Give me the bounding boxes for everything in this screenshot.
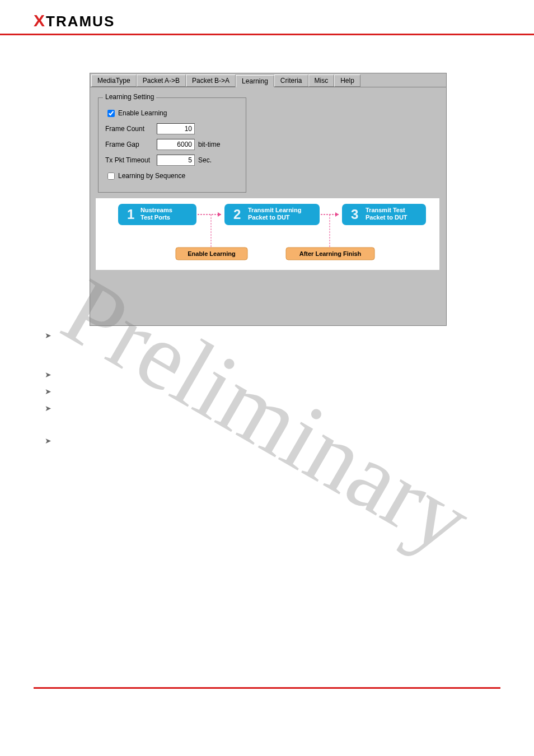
tx-timeout-input[interactable] — [157, 155, 195, 166]
tx-timeout-label: Tx Pkt Timeout — [105, 156, 157, 164]
frame-count-label: Frame Count — [105, 125, 157, 133]
enable-learning-label: Enable Learning — [118, 109, 167, 117]
bottom-label-2: After Learning Finish — [299, 250, 362, 257]
bullet-1: ➤ — [45, 332, 51, 339]
step1-number: 1 — [127, 207, 134, 222]
bullet-5: ➤ — [45, 437, 51, 445]
learning-setting-group: Learning Setting Enable Learning Frame C… — [98, 97, 246, 193]
tab-learning[interactable]: Learning — [236, 75, 274, 87]
learning-by-sequence-label: Learning by Sequence — [118, 172, 185, 180]
step2-number: 2 — [233, 207, 241, 222]
logo: XTRAMUS — [34, 13, 115, 30]
frame-count-input[interactable] — [157, 123, 195, 134]
step1-line2: Test Ports — [140, 214, 170, 221]
bullet-3: ➤ — [45, 388, 51, 395]
enable-learning-checkbox[interactable] — [107, 110, 115, 117]
step1-line1: Nustreams — [140, 207, 172, 213]
learning-diagram: 1 Nustreams Test Ports 2 Transmit Learni… — [96, 198, 441, 270]
frame-gap-row: Frame Gap bit-time — [105, 138, 239, 151]
diagram-svg: 1 Nustreams Test Ports 2 Transmit Learni… — [96, 198, 439, 270]
frame-gap-unit: bit-time — [198, 141, 220, 148]
tx-timeout-row: Tx Pkt Timeout Sec. — [105, 154, 239, 166]
logo-rest: TRAMUS — [46, 13, 115, 30]
bottom-label-1: Enable Learning — [188, 250, 236, 257]
tab-bar: MediaType Packet A->B Packet B->A Learni… — [90, 73, 446, 87]
tab-packet-b-a[interactable]: Packet B->A — [186, 74, 236, 87]
step2-line2: Packet to DUT — [248, 214, 290, 221]
step3-line2: Packet to DUT — [366, 214, 407, 221]
settings-panel: MediaType Packet A->B Packet B->A Learni… — [90, 73, 447, 326]
bullet-2: ➤ — [45, 371, 51, 379]
tab-help[interactable]: Help — [334, 74, 360, 87]
frame-count-row: Frame Count — [105, 123, 239, 135]
page-header: XTRAMUS — [0, 0, 534, 35]
seq-row: Learning by Sequence — [105, 170, 239, 182]
bullet-4: ➤ — [45, 404, 51, 412]
learning-by-sequence-checkbox[interactable] — [107, 172, 115, 180]
frame-gap-label: Frame Gap — [105, 141, 157, 148]
frame-gap-input[interactable] — [157, 139, 195, 150]
tx-timeout-unit: Sec. — [198, 156, 212, 164]
tab-criteria[interactable]: Criteria — [274, 74, 308, 87]
bullet-list: ➤ ➤ ➤ ➤ ➤ — [45, 332, 51, 445]
step3-number: 3 — [351, 207, 358, 222]
tab-mediatype[interactable]: MediaType — [91, 74, 137, 87]
step2-line1: Transmit Learning — [248, 207, 301, 213]
tab-packet-a-b[interactable]: Packet A->B — [137, 74, 186, 87]
group-title: Learning Setting — [103, 93, 156, 101]
logo-x: X — [34, 11, 46, 30]
footer-rule — [34, 687, 500, 689]
step3-line1: Transmit Test — [366, 207, 405, 213]
enable-learning-row: Enable Learning — [105, 107, 239, 119]
tab-misc[interactable]: Misc — [308, 74, 335, 87]
